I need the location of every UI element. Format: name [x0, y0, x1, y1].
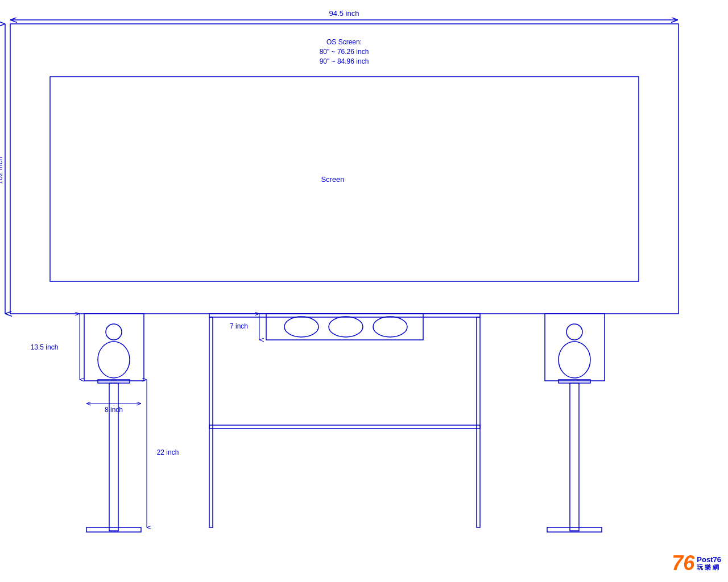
diagram-container: 94.5 inch 102 inch OS Screen: 80" ~ 76.2… [0, 0, 728, 582]
svg-point-6 [98, 342, 130, 378]
svg-rect-15 [477, 317, 480, 527]
svg-rect-16 [209, 425, 480, 429]
watermark-text: Post76 玩 樂 網 [697, 555, 721, 572]
screen-label: Screen [321, 175, 344, 184]
svg-rect-1 [10, 24, 679, 314]
svg-rect-25 [559, 380, 590, 383]
svg-rect-14 [209, 317, 213, 527]
svg-point-18 [284, 317, 318, 337]
speaker-height-label: 13.5 inch [31, 343, 59, 351]
stand-height-label: 22 inch [157, 448, 179, 456]
svg-rect-7 [98, 380, 130, 383]
height-label: 102 inch [0, 156, 4, 184]
svg-point-20 [373, 317, 407, 337]
svg-rect-27 [547, 527, 602, 532]
os-screen-line2: 90" ~ 84.96 inch [320, 57, 369, 65]
svg-point-23 [566, 324, 582, 340]
svg-point-19 [329, 317, 363, 337]
watermark: 76 Post76 玩 樂 網 [672, 551, 721, 575]
svg-point-5 [106, 324, 122, 340]
soundbar-label: 7 inch [230, 322, 248, 330]
svg-rect-8 [109, 383, 118, 531]
svg-rect-17 [266, 314, 423, 340]
width-label: 94.5 inch [329, 9, 359, 18]
svg-point-24 [559, 342, 590, 378]
svg-rect-26 [570, 383, 579, 531]
watermark-number: 76 [672, 551, 694, 575]
svg-rect-9 [86, 527, 141, 532]
os-screen-line1: 80" ~ 76.26 inch [320, 48, 369, 56]
os-screen-title: OS Screen: [326, 38, 362, 46]
speaker-stand-label: 8 inch [105, 406, 123, 414]
